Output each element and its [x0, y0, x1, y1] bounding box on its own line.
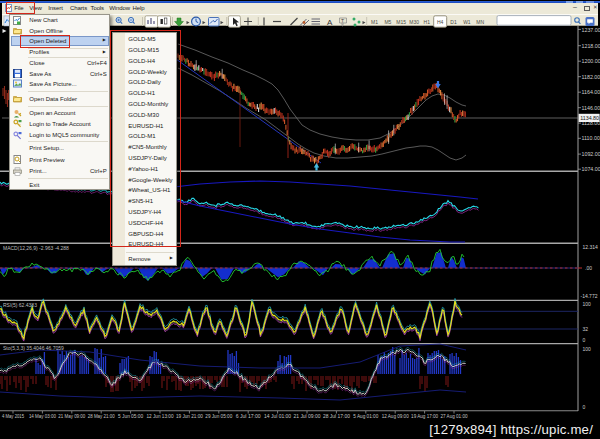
- svg-text:W1: W1: [463, 18, 471, 24]
- svg-text:D1: D1: [450, 18, 457, 24]
- svg-text:5 Aug 01:00: 5 Aug 01:00: [353, 414, 378, 419]
- svg-text:1182.00: 1182.00: [582, 74, 600, 80]
- svg-text:0: 0: [583, 337, 586, 343]
- svg-text:H1: H1: [424, 18, 431, 24]
- svg-text:29 Jun 05:00: 29 Jun 05:00: [205, 414, 232, 419]
- svg-text:12 Jun 13:00: 12 Jun 13:00: [147, 414, 174, 419]
- svg-text:100: 100: [583, 301, 592, 307]
- svg-text:A: A: [327, 17, 333, 26]
- svg-text:28 Jul 17:00: 28 Jul 17:00: [323, 414, 350, 419]
- svg-text:-14.772: -14.772: [581, 293, 598, 299]
- svg-text:21 Jul 09:00: 21 Jul 09:00: [294, 414, 321, 419]
- svg-text:0: 0: [583, 404, 586, 410]
- svg-text:M15: M15: [396, 18, 406, 24]
- svg-text:H4: H4: [437, 18, 444, 24]
- svg-text:1200.00: 1200.00: [582, 58, 600, 64]
- svg-text:M30: M30: [409, 18, 419, 24]
- svg-text:32: 32: [583, 326, 589, 332]
- svg-text:28 May 21:00: 28 May 21:00: [88, 414, 115, 419]
- svg-text:14 May 03:00: 14 May 03:00: [29, 414, 56, 419]
- svg-text:1092.00: 1092.00: [582, 151, 600, 157]
- svg-text:1110.00: 1110.00: [582, 135, 600, 141]
- svg-text:Sto(5,3,3) 35.4046 46.7059: Sto(5,3,3) 35.4046 46.7059: [3, 345, 64, 351]
- svg-text:21 May 09:00: 21 May 09:00: [58, 414, 85, 419]
- svg-text:19 Jun 21:00: 19 Jun 21:00: [176, 414, 203, 419]
- svg-text:RSI(5) 62.4383: RSI(5) 62.4383: [3, 302, 37, 308]
- svg-text:100: 100: [583, 346, 592, 352]
- svg-text:M5: M5: [384, 18, 391, 24]
- svg-text:.00: .00: [585, 265, 592, 271]
- svg-text:12.314: 12.314: [583, 244, 599, 250]
- svg-text:19 Aug 17:00: 19 Aug 17:00: [411, 414, 438, 419]
- svg-text:4 May 2015: 4 May 2015: [2, 414, 24, 419]
- svg-text:5 Jun 05:00: 5 Jun 05:00: [118, 414, 143, 419]
- svg-text:12 Aug 09:00: 12 Aug 09:00: [382, 414, 409, 419]
- svg-text:M1: M1: [371, 18, 378, 24]
- svg-text:1218.00: 1218.00: [582, 43, 600, 49]
- svg-text:6 Jul 17:00: 6 Jul 17:00: [236, 414, 261, 419]
- svg-text:14 Jul 01:00: 14 Jul 01:00: [264, 414, 291, 419]
- svg-text:MN: MN: [476, 18, 484, 24]
- svg-text:1164.00: 1164.00: [582, 89, 600, 95]
- svg-text:[1279x894] https://upic.me/: [1279x894] https://upic.me/: [429, 422, 593, 437]
- svg-text:MACD(12,26,9) -2.963 -4.288: MACD(12,26,9) -2.963 -4.288: [3, 245, 69, 251]
- svg-text:1146.00: 1146.00: [582, 105, 600, 111]
- svg-text:1074.00: 1074.00: [582, 166, 600, 172]
- svg-text:27 Aug 01:00: 27 Aug 01:00: [441, 414, 468, 419]
- svg-text:1134.80: 1134.80: [580, 115, 599, 121]
- svg-text:T: T: [341, 17, 344, 23]
